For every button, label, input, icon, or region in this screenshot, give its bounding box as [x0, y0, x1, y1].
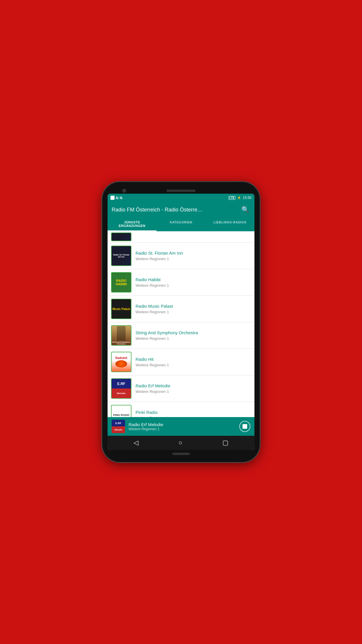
phone-screen: N N LTE ⚡ 15:50 Radio FM Österreich - Ra… — [108, 194, 254, 450]
speaker-bar — [166, 190, 196, 192]
list-item[interactable]: Radio St. Florian am Inn Radio St. Flori… — [108, 243, 254, 269]
station-info-erf: Radio Erf Melodie Weitere Regionen 1 — [136, 383, 251, 394]
station-info-music-palast: Radio Music Palast Weitere Regionen 1 — [136, 304, 251, 314]
station-thumb-erf: E.RF Melodie — [111, 378, 131, 399]
tab-jungste[interactable]: JÜNGSTEERGÄNZUNGEN — [108, 218, 157, 231]
tab-lieblings-label: LIEBLINGS-RADIOS — [213, 220, 246, 224]
station-name: Radio St. Florian Am Inn — [136, 251, 251, 256]
station-name: Radio Habibi — [136, 277, 251, 282]
stop-button[interactable] — [239, 421, 250, 432]
home-indicator — [172, 453, 190, 455]
station-info-string: String And Symphony Orchestra Weitere Re… — [136, 330, 251, 341]
tab-kategorien-label: KATEGORIEN — [170, 220, 192, 224]
station-thumb-music-palast: Music Palast — [111, 299, 131, 319]
thumb-label-string: String and Symphony Orchestra — [112, 341, 131, 345]
list-item[interactable]: E.RF Melodie Radio Erf Melodie Weitere R… — [108, 375, 254, 402]
tab-kategorien[interactable]: KATEGORIEN — [157, 218, 205, 231]
station-region: Weitere Regionen 1 — [136, 257, 251, 261]
list-item[interactable]: String and Symphony Orchestra String And… — [108, 322, 254, 349]
station-name: Pinki Radio — [136, 410, 251, 415]
station-region: Weitere Regionen 1 — [136, 389, 251, 394]
thumb-label-radiohit: Radiohit — [115, 356, 127, 360]
back-button[interactable]: ◁ — [131, 437, 141, 449]
station-info-pinki: Pinki Radio Weitere Regionen 1 — [136, 410, 251, 417]
list-item[interactable]: PINKI RADIO Pinki Radio Weitere Regionen… — [108, 402, 254, 417]
station-info-habibi: Radio Habibi Weitere Regionen 1 — [136, 277, 251, 288]
lte-badge: LTE — [229, 196, 236, 200]
notification-icon-3: N — [120, 196, 122, 200]
nav-bar: ◁ ○ ▢ — [108, 436, 254, 450]
list-item[interactable]: Radiohit Radio Hit Weitere Regionen 1 — [108, 349, 254, 375]
stop-icon — [242, 424, 247, 429]
station-thumb-radiohit: Radiohit — [111, 352, 131, 372]
now-playing-bar[interactable]: E.RF Melodie Radio Erf Melodie Weitere R… — [108, 417, 254, 436]
tab-jungste-label: JÜNGSTEERGÄNZUNGEN — [119, 220, 145, 228]
thumb-label-pinki: PINKI RADIO — [113, 414, 129, 416]
station-name: Radio Music Palast — [136, 304, 251, 309]
phone-top-hardware — [108, 187, 254, 194]
phone-bottom-hardware — [172, 450, 190, 457]
station-thumb-string: String and Symphony Orchestra — [111, 325, 131, 346]
station-name: String And Symphony Orchestra — [136, 330, 251, 335]
station-info-florian: Radio St. Florian Am Inn Weitere Regione… — [136, 251, 251, 261]
app-title: Radio FM Österreich - Radio Österre… — [112, 207, 240, 213]
thumb-radiohit-inner: Radiohit — [112, 352, 131, 372]
phone-device: N N LTE ⚡ 15:50 Radio FM Österreich - Ra… — [102, 182, 260, 462]
station-thumb-pinki: PINKI RADIO — [111, 405, 131, 417]
app-bar: Radio FM Österreich - Radio Österre… 🔍 — [108, 202, 254, 218]
station-region: Weitere Regionen 1 — [136, 336, 251, 341]
now-playing-info: Radio Erf Melodie Weitere Regionen 1 — [129, 422, 239, 431]
station-region: Weitere Regionen 1 — [136, 310, 251, 314]
station-name: Radio Erf Melodie — [136, 383, 251, 388]
notification-icon-1 — [110, 196, 115, 200]
status-right-icons: LTE ⚡ 15:50 — [229, 196, 252, 200]
thumb-label-florian: Radio St. Florian am Inn — [112, 253, 131, 258]
thumb-label-habibi: RADIO HABIBI — [116, 279, 127, 286]
notification-icon-2: N — [116, 196, 118, 200]
list-item[interactable] — [108, 231, 254, 243]
home-button[interactable]: ○ — [176, 437, 184, 449]
battery-icon: ⚡ — [237, 196, 241, 200]
now-playing-thumb: E.RF Melodie — [112, 420, 125, 433]
station-region: Weitere Regionen 1 — [136, 363, 251, 367]
station-region: Weitere Regionen 1 — [136, 283, 251, 288]
now-playing-region: Weitere Regionen 1 — [129, 427, 239, 431]
status-left-icons: N N — [110, 196, 122, 200]
now-playing-station-name: Radio Erf Melodie — [129, 422, 239, 427]
search-button[interactable]: 🔍 — [240, 205, 250, 215]
recents-button[interactable]: ▢ — [220, 437, 231, 449]
status-bar: N N LTE ⚡ 15:50 — [108, 194, 254, 202]
station-thumb-habibi: RADIO HABIBI — [111, 272, 131, 293]
station-info-radiohit: Radio Hit Weitere Regionen 1 — [136, 357, 251, 367]
list-item[interactable]: Music Palast Radio Music Palast Weitere … — [108, 296, 254, 322]
tabs-bar: JÜNGSTEERGÄNZUNGEN KATEGORIEN LIEBLINGS-… — [108, 218, 254, 231]
station-thumb-partial — [111, 232, 131, 241]
camera-dot — [122, 189, 126, 193]
tab-lieblings[interactable]: LIEBLINGS-RADIOS — [205, 218, 254, 231]
list-item[interactable]: RADIO HABIBI Radio Habibi Weitere Region… — [108, 269, 254, 296]
status-time: 15:50 — [243, 196, 252, 200]
station-list: Radio St. Florian am Inn Radio St. Flori… — [108, 231, 254, 417]
thumb-label-music-palast: Music Palast — [113, 307, 130, 311]
station-thumb-florian: Radio St. Florian am Inn — [111, 246, 131, 266]
station-name: Radio Hit — [136, 357, 251, 362]
